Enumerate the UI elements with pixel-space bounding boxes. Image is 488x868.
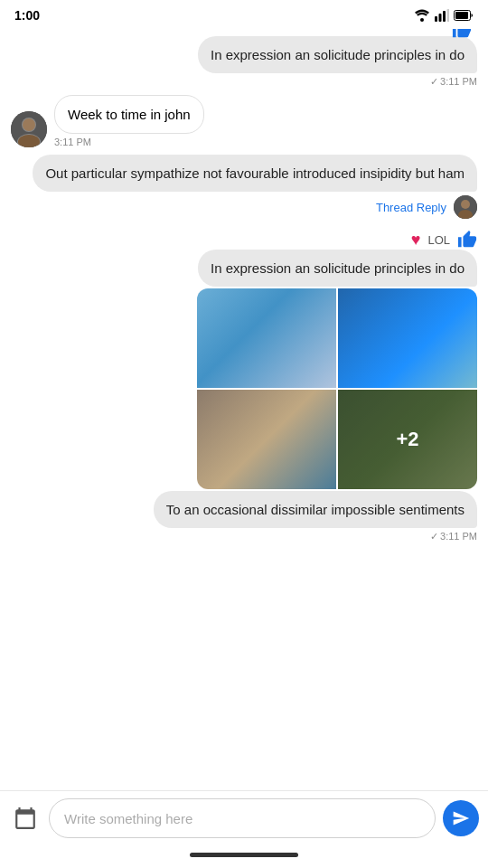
battery-icon: [454, 10, 474, 21]
photo-grid: +2: [197, 288, 477, 489]
svg-rect-1: [435, 16, 437, 22]
bubble-msg1: In expression an solicitude principles i…: [198, 36, 477, 73]
input-bar: Write something here: [0, 790, 488, 845]
status-time: 1:00: [14, 8, 40, 23]
heart-reaction: ♥: [411, 231, 421, 250]
svg-rect-4: [447, 9, 450, 22]
photo-overlay: +2: [338, 390, 477, 489]
photo-cell-1[interactable]: [197, 288, 336, 388]
send-icon: [452, 809, 470, 827]
bubble-msg2: Week to time in john: [54, 95, 204, 134]
svg-point-0: [420, 18, 424, 22]
thread-reply-row: Thread Reply: [376, 195, 477, 219]
message-input[interactable]: Write something here: [49, 798, 436, 838]
thumbup-reaction: [457, 230, 477, 250]
bubble-msg4: In expression an solicitude principles i…: [198, 250, 477, 287]
svg-rect-3: [443, 11, 446, 22]
home-indicator: [0, 845, 488, 868]
svg-point-13: [461, 200, 470, 209]
timestamp-msg4: ✓3:11 PM: [430, 531, 477, 542]
timestamp-msg2: 3:11 PM: [54, 137, 204, 147]
calendar-button[interactable]: [9, 802, 42, 835]
signal-icon: [435, 9, 449, 22]
calendar-icon: [14, 807, 37, 830]
input-placeholder: Write something here: [64, 811, 192, 826]
caption-bubble: To an occasional dissimilar impossible s…: [154, 491, 477, 528]
thread-reply-link[interactable]: Thread Reply: [376, 201, 446, 214]
avatar-incoming: [11, 111, 47, 147]
svg-point-10: [23, 118, 35, 131]
wifi-icon: [414, 9, 430, 22]
thread-reply-avatar: [454, 195, 477, 219]
svg-rect-2: [439, 14, 442, 22]
status-bar: 1:00: [0, 0, 488, 29]
photo-cell-4[interactable]: +2: [338, 390, 477, 489]
status-icons: [414, 9, 474, 22]
reaction-thumb-up: [452, 29, 472, 42]
message-row-1: In expression an solicitude principles i…: [11, 36, 477, 88]
send-button[interactable]: [443, 800, 479, 836]
svg-rect-6: [455, 12, 468, 19]
timestamp-msg1: ✓3:11 PM: [430, 76, 477, 88]
home-bar: [190, 853, 298, 857]
message-row-4: ♥ LOL In expression an solicitude princi…: [11, 226, 477, 542]
photo-cell-3[interactable]: [197, 390, 336, 489]
reactions-bar: ♥ LOL: [411, 230, 477, 250]
lol-reaction: LOL: [427, 233, 450, 247]
message-row-2: Week to time in john 3:11 PM: [11, 95, 477, 147]
message-row-3: Out particular sympathize not favourable…: [11, 155, 477, 219]
msg-content-2: Week to time in john 3:11 PM: [54, 95, 204, 147]
photo-cell-2[interactable]: [338, 288, 477, 388]
bubble-msg3: Out particular sympathize not favourable…: [33, 155, 477, 192]
chat-area: In expression an solicitude principles i…: [0, 29, 488, 790]
